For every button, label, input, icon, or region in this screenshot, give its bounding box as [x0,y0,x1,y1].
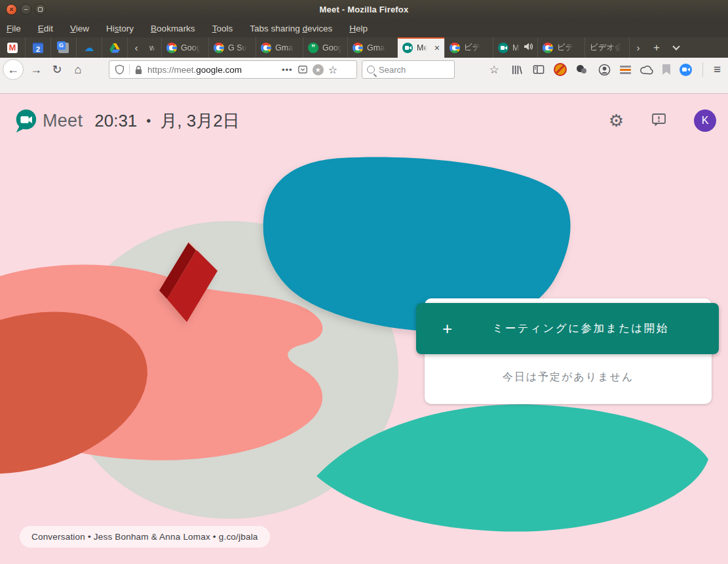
google-favicon [450,43,460,53]
meet-favicon [498,43,508,53]
pinned-tab-drive[interactable] [102,37,128,58]
lock-icon[interactable] [134,65,143,75]
tab-audio-icon[interactable] [524,43,533,52]
search-input[interactable] [379,65,444,75]
tab-close-icon[interactable]: × [434,43,440,53]
pinned-tab-gmail[interactable]: M [0,37,26,58]
google-favicon [261,43,271,53]
sidebar-icon[interactable] [532,63,545,76]
pinned-tab-calendar[interactable]: 2 [26,37,51,58]
google-favicon [166,43,177,53]
account-avatar[interactable]: K [694,110,716,132]
url-bar[interactable]: https://meet.google.com ••• ★ ☆ [109,60,357,79]
bookmarks-menu-icon[interactable]: ☆ [488,63,501,76]
pinned-tab-onedrive[interactable]: ☁ [77,37,102,58]
drive-icon [109,43,120,53]
menu-file[interactable]: File [7,24,21,33]
toolbar-separator [702,62,703,77]
google-favicon [353,43,363,53]
tab-0[interactable]: w [145,37,162,58]
menu-help[interactable]: Help [349,24,368,33]
url-text[interactable]: https://meet.google.com [147,65,276,75]
menu-tools[interactable]: Tools [212,24,233,33]
tab-manager-extension-icon[interactable] [620,65,631,75]
app-name: Meet [43,111,83,131]
gmail-icon: M [7,43,18,53]
tab-7[interactable]: ビデ [445,37,493,58]
browser-window: × − Meet - Mozilla Firefox File Edit Vie… [0,0,728,564]
settings-gear-icon[interactable]: ⚙ [609,112,624,129]
zoom-extension-icon[interactable] [680,64,692,76]
menu-tabs-sharing-devices[interactable]: Tabs sharing devices [250,24,332,33]
meet-logo-icon [13,108,38,134]
google-favicon [543,43,553,53]
page-actions-icon[interactable]: ••• [282,65,293,75]
list-all-tabs-button[interactable] [666,37,686,58]
meet-favicon [402,43,413,53]
menu-history[interactable]: History [106,24,134,33]
chevron-down-icon [672,43,680,50]
google-favicon [214,43,224,53]
tab-meet-active[interactable]: Me× [398,37,445,58]
tab-4[interactable]: ”Goog [303,37,348,58]
pinned-tab-translate[interactable] [51,37,77,58]
window-title: Meet - Mozilla Firefox [0,5,728,14]
hangouts-favicon: ” [308,43,318,53]
tab-scroll-right-button[interactable]: › [630,37,647,58]
menu-edit[interactable]: Edit [38,24,53,33]
menu-view[interactable]: View [70,24,89,33]
onedrive-icon: ☁ [84,43,94,53]
current-date: 月, 3月2日 [160,110,239,132]
menu-bar: File Edit View History Bookmarks Tools T… [0,19,728,37]
tab-9[interactable]: ビデ [538,37,585,58]
tab-2[interactable]: G Sui [209,37,256,58]
title-bar: × − Meet - Mozilla Firefox [0,0,728,19]
meet-header: Meet 20:31 • 月, 3月2日 ⚙ K [0,94,728,147]
tab-strip: M 2 ☁ ‹ w Goog G Sui Gmai ”Goog Gmai Me×… [0,37,728,58]
highlights-star-icon[interactable]: ★ [313,64,324,75]
plus-icon: + [442,319,452,339]
spheres-extension-icon[interactable] [575,63,588,76]
translate-icon [58,43,69,53]
current-time: 20:31 [94,111,137,131]
library-icon[interactable] [510,63,523,76]
meet-page: Meet 20:31 • 月, 3月2日 ⚙ K 今日は予定がありません + ミ… [0,94,728,564]
urlbar-separator [129,64,130,75]
navigation-toolbar: ← → ↻ ⌂ https://meet.google.com ••• ★ ☆ … [0,58,728,94]
tab-10[interactable]: ビデオ会 [585,37,630,58]
search-icon [367,66,375,73]
back-button[interactable]: ← [3,59,24,80]
tab-1[interactable]: Goog [162,37,209,58]
artwork-caption: Conversation • Jess Bonham & Anna Lomax … [20,526,270,548]
toolbar-extensions: ☆ ≡ [488,60,721,79]
calendar-icon: 2 [33,43,43,53]
tracking-shield-icon[interactable] [115,64,125,75]
cloud-icon[interactable] [640,63,653,76]
forward-button[interactable]: → [26,64,46,75]
bookmark-star-icon[interactable]: ☆ [328,64,337,76]
reload-button[interactable]: ↻ [47,64,67,75]
pocket-flag-icon[interactable] [662,64,670,75]
new-tab-button[interactable]: + [647,37,666,58]
blocked-extension-icon[interactable] [554,64,566,75]
empty-schedule-text: 今日は予定がありません [425,371,712,384]
window-minimize-button[interactable]: − [20,4,31,15]
tab-scroll-left-button[interactable]: ‹ [128,37,145,58]
join-or-start-meeting-button[interactable]: + ミーティングに参加または開始 [416,303,719,354]
tab-8[interactable]: Me [493,37,538,58]
account-icon[interactable] [598,63,611,76]
search-bar[interactable] [362,60,455,79]
tab-3[interactable]: Gmai [256,37,303,58]
pocket-icon[interactable] [297,64,308,75]
tab-5[interactable]: Gmai [348,37,398,58]
hamburger-menu-icon[interactable]: ≡ [714,62,721,77]
menu-bookmarks[interactable]: Bookmarks [151,24,195,33]
home-button[interactable]: ⌂ [68,64,88,75]
feedback-icon[interactable] [651,112,666,130]
window-close-button[interactable]: × [6,4,17,15]
header-separator-dot: • [146,113,151,129]
window-maximize-button[interactable] [35,4,46,15]
